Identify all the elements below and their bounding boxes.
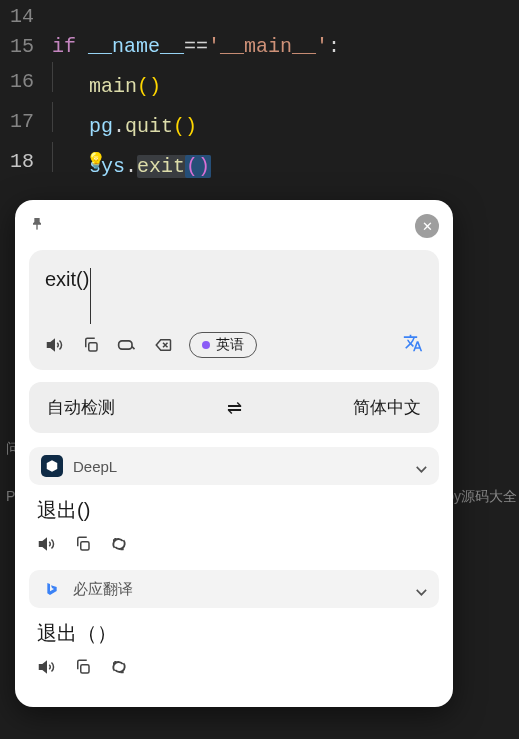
translation-result: 退出（） [29,608,439,655]
close-button[interactable]: ✕ [415,214,439,238]
line-number: 15 [0,32,52,62]
line-number: 16 [0,67,52,97]
code-editor[interactable]: 14 15 if __name__=='__main__': 16 main()… [0,0,519,182]
auto-detect-button[interactable]: 自动检测 [47,396,115,419]
copy-icon[interactable] [73,657,93,677]
source-language-label: 英语 [216,336,244,354]
background-text: P [6,488,15,504]
svg-rect-0 [89,343,97,351]
provider-header[interactable]: 必应翻译 ⌵ [29,570,439,608]
lightbulb-icon[interactable]: 💡 [86,147,106,177]
provider-bing: 必应翻译 ⌵ 退出（） [29,570,439,687]
source-text-box: exit() 英语 [29,250,439,370]
retranslate-icon[interactable] [109,657,129,677]
svg-rect-1 [119,341,132,349]
code-content[interactable]: main() [52,62,161,102]
provider-name: DeepL [73,458,117,475]
target-language-button[interactable]: 简体中文 [353,396,421,419]
svg-rect-3 [81,665,89,673]
provider-header[interactable]: DeepL ⌵ [29,447,439,485]
translate-icon[interactable] [403,333,423,358]
speaker-icon[interactable] [45,335,65,355]
source-input[interactable]: exit() [45,268,91,324]
backspace-icon[interactable] [153,335,173,355]
collapse-icon[interactable]: ⌵ [416,455,427,477]
translation-popup: ✕ exit() 英语 自动检测 ⇌ [15,200,453,707]
provider-deepl: DeepL ⌵ 退出() [29,447,439,564]
collapse-icon[interactable]: ⌵ [416,578,427,600]
language-dot-icon [202,341,210,349]
provider-name: 必应翻译 [73,580,133,599]
speaker-icon[interactable] [37,657,57,677]
retranslate-icon[interactable] [109,534,129,554]
line-number: 17 [0,107,52,137]
speaker-icon[interactable] [37,534,57,554]
line-number: 18 [0,147,52,177]
pin-icon[interactable] [29,216,45,236]
code-content[interactable]: pg.quit() [52,102,197,142]
background-text: py源码大全 [446,488,517,506]
code-content[interactable]: if __name__=='__main__': [52,32,340,62]
code-content[interactable]: sys.exit() [52,142,211,182]
source-language-chip[interactable]: 英语 [189,332,257,358]
translation-result: 退出() [29,485,439,532]
language-bar: 自动检测 ⇌ 简体中文 [29,382,439,433]
deepl-logo-icon [41,455,63,477]
link-icon[interactable] [117,335,137,355]
swap-languages-icon[interactable]: ⇌ [227,397,242,419]
copy-icon[interactable] [81,335,101,355]
copy-icon[interactable] [73,534,93,554]
bing-logo-icon [41,578,63,600]
line-number: 14 [0,2,52,32]
svg-rect-2 [81,542,89,550]
